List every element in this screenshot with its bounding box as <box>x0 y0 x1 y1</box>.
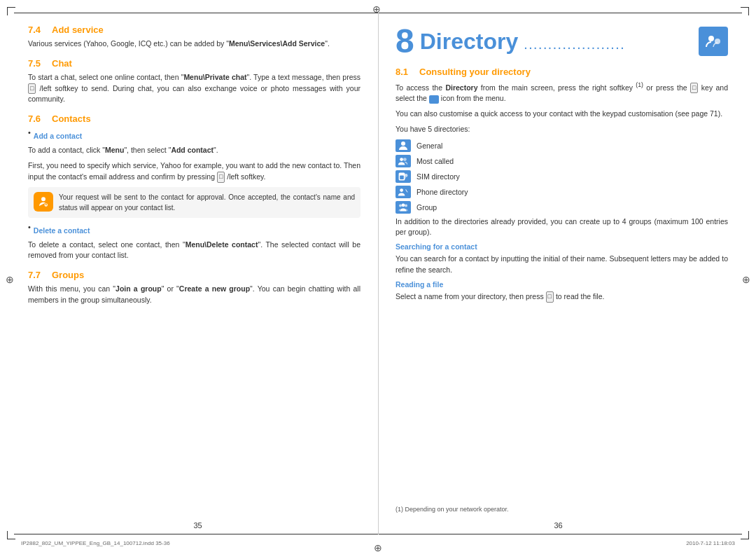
svg-point-6 <box>400 158 403 161</box>
section-7-5-heading: 7.5 Chat <box>28 58 360 69</box>
svg-point-5 <box>401 142 405 146</box>
dir-item-phone: Phone directory <box>396 186 728 198</box>
crosshair-left-icon <box>6 274 14 285</box>
crosshair-bottom-icon <box>374 542 382 553</box>
create-group-ref: Create a new group <box>179 284 250 293</box>
dir-icon-phone <box>396 186 411 198</box>
dir-icon-sim <box>396 170 411 183</box>
info-box: Your request will be sent to the contact… <box>28 187 360 218</box>
section-7-7-number: 7.7 <box>28 270 48 280</box>
menu-icon-small <box>429 95 439 104</box>
sim-icon-svg <box>398 172 409 181</box>
svg-point-0 <box>41 197 46 201</box>
corner-tr <box>741 7 749 15</box>
phone-dir-icon-svg <box>398 187 409 197</box>
section-8-1-body2: You can also customise a quick access to… <box>396 109 728 120</box>
menu-ref-2: Menu\Private chat <box>183 73 246 81</box>
key-softkey-1: □ <box>28 83 36 95</box>
add-contact-body2: First, you need to specify which service… <box>28 160 360 183</box>
key-softkey-2: □ <box>217 172 225 183</box>
reading-body: Select a name from your directory, then … <box>396 291 728 303</box>
dir-item-group: Group <box>396 201 728 214</box>
search-body: You can search for a contact by inputtin… <box>396 254 728 276</box>
menu-ref-3: Menu <box>105 146 124 154</box>
section-7-5-number: 7.5 <box>28 58 48 69</box>
svg-point-10 <box>405 174 408 177</box>
section-7-4-body: Various services (Yahoo, Google, ICQ etc… <box>28 39 360 50</box>
section-7-6-heading: 7.6 Contacts <box>28 113 360 124</box>
sub-heading-delete-contact: Delete a contact <box>34 226 90 235</box>
section-7-7-title: Groups <box>52 270 84 280</box>
group-icon-svg <box>398 202 409 212</box>
section-8-1-body1: To access the Directory from the main sc… <box>396 81 728 104</box>
section-7-6-number: 7.6 <box>28 113 48 124</box>
svg-point-12 <box>399 204 402 207</box>
section-8-1-heading: 8.1 Consulting your directory <box>396 67 728 77</box>
section-7-7-heading: 7.7 Groups <box>28 270 360 280</box>
dir-item-general: General <box>396 139 728 152</box>
bullet-add-contact: • Add a contact <box>28 127 360 143</box>
info-box-text: Your request will be sent to the contact… <box>59 192 355 213</box>
key-ref-2: □ <box>546 291 554 303</box>
dir-label-group: Group <box>416 203 437 212</box>
add-contact-body1: To add a contact, click "Menu", then sel… <box>28 145 360 156</box>
bullet-delete-contact: • Delete a contact <box>28 222 360 237</box>
corner-br <box>741 531 749 539</box>
section-7-4-heading: 7.4 Add service <box>28 25 360 35</box>
section-8-1-number: 8.1 <box>396 67 415 77</box>
chapter-8-title: Directory ..................... <box>420 29 699 55</box>
section-7-5-body: To start a chat, select one online conta… <box>28 72 360 105</box>
section-7-5-title: Chat <box>52 58 72 69</box>
directory-list: General Most called <box>396 139 728 214</box>
footnote-marker-1: (1) <box>636 81 643 88</box>
dir-label-phone: Phone directory <box>416 188 468 196</box>
chapter-8-heading: 8 Directory ..................... <box>396 25 728 58</box>
section-8-1-title: Consulting your directory <box>419 67 531 77</box>
footer-right: 2010-7-12 11:18:03 <box>686 540 735 546</box>
general-icon-svg <box>398 141 409 151</box>
page-container: 7.4 Add service Various services (Yahoo,… <box>0 0 756 559</box>
dir-label-sim: SIM directory <box>416 172 460 181</box>
corner-tl <box>7 7 15 15</box>
chapter-title-text: Directory <box>420 29 519 54</box>
sub-heading-add-contact: Add a contact <box>34 132 82 140</box>
menu-ref-4: Add contact <box>171 146 214 154</box>
dir-label-general: General <box>416 142 442 150</box>
section-8-1-body4: In addition to the directories already p… <box>396 216 728 239</box>
info-box-icon <box>34 192 53 212</box>
menu-ref-1: Menu\Services\Add Service <box>229 39 325 48</box>
section-7-4-number: 7.4 <box>28 25 48 35</box>
footnote-text: (1) Depending on your network operator. <box>396 505 728 514</box>
bullet-dot-1: • <box>28 128 31 137</box>
svg-point-14 <box>405 204 407 207</box>
section-7-4-title: Add service <box>52 25 104 35</box>
chapter-directory-icon <box>699 27 728 56</box>
chapter-8-number: 8 <box>396 25 414 58</box>
reading-heading: Reading a file <box>396 280 728 289</box>
crosshair-right-icon <box>742 274 750 285</box>
most-called-icon-svg <box>398 156 409 166</box>
corner-bl <box>7 531 15 539</box>
directory-ref: Directory <box>445 83 477 92</box>
dir-icon-general <box>396 139 411 152</box>
svg-point-3 <box>708 36 714 41</box>
section-7-7-body: With this menu, you can "Join a group" o… <box>28 284 360 306</box>
key-ref-1: □ <box>690 83 698 94</box>
pages-wrapper: 7.4 Add service Various services (Yahoo,… <box>18 18 738 530</box>
page-number-35: 35 <box>193 521 202 530</box>
svg-point-11 <box>400 188 403 192</box>
dir-icon-most-called <box>396 155 411 167</box>
join-group-ref: Join a group <box>115 284 162 293</box>
svg-rect-9 <box>400 175 404 179</box>
right-page: 8 Directory ..................... <box>378 18 738 530</box>
dir-item-most-called: Most called <box>396 155 728 167</box>
contact-icon-svg <box>37 195 50 208</box>
delete-contact-body: To delete a contact, select one contact,… <box>28 240 360 262</box>
section-8-1-body3: You have 5 directories: <box>396 124 728 135</box>
dir-item-sim: SIM directory <box>396 170 728 183</box>
menu-ref-5: Menu\Delete contact <box>186 240 258 249</box>
chapter-dots: ..................... <box>524 40 626 51</box>
svg-point-7 <box>403 158 407 161</box>
page-number-36: 36 <box>554 521 562 530</box>
directory-icon-svg <box>704 32 723 51</box>
